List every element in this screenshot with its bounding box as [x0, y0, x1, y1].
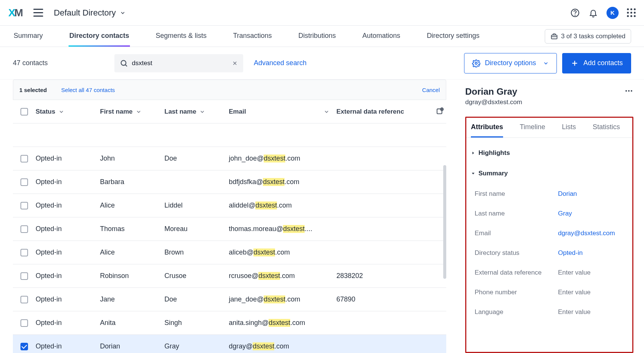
cell-first-name: Dorian	[100, 342, 164, 350]
table-row[interactable]: Opted-inRobinsonCrusoercrusoe@dsxtest.co…	[13, 264, 446, 288]
chevron-down-icon	[120, 10, 126, 16]
chevron-down-icon[interactable]	[199, 109, 205, 115]
cell-last-name: Brown	[164, 248, 229, 256]
row-checkbox[interactable]	[20, 155, 28, 162]
field-value[interactable]: Enter value	[558, 308, 591, 316]
more-icon[interactable]	[624, 86, 633, 97]
nav-tab-summary[interactable]: Summary	[13, 26, 44, 47]
nav-tab-distributions[interactable]: Distributions	[298, 26, 337, 47]
field-label: Email	[475, 230, 558, 237]
table-row[interactable]: Opted-inAliceLiddelaliddel@dsxtest.com	[13, 194, 446, 217]
table-row[interactable]: Opted-inAliceBrownaliceb@dsxtest.com	[13, 241, 446, 264]
field-label: External data reference	[475, 269, 558, 276]
cell-last-name: Crusoe	[164, 272, 229, 280]
main: 1 selected Select all 47 contacts Cancel…	[0, 80, 644, 353]
detail-pane: Dorian Gray dgray@dsxtest.com Attributes…	[455, 80, 644, 353]
row-checkbox[interactable]	[20, 225, 28, 233]
directory-selector[interactable]: Default Directory	[54, 8, 126, 18]
detail-content-frame: AttributesTimelineListsStatistics Highli…	[465, 117, 633, 353]
detail-tab-attributes[interactable]: Attributes	[471, 118, 503, 137]
field-value[interactable]: dgray@dsxtest.com	[558, 230, 615, 237]
row-checkbox[interactable]	[20, 272, 28, 280]
field-value[interactable]: Gray	[558, 210, 572, 217]
table-header: Status First name Last name Email Extern…	[13, 100, 446, 123]
col-email[interactable]: Email	[229, 108, 336, 116]
nav-tab-directory-settings[interactable]: Directory settings	[426, 26, 480, 47]
detail-tab-statistics[interactable]: Statistics	[592, 118, 620, 137]
avatar-initial: K	[611, 9, 615, 16]
chevron-down-icon[interactable]	[136, 109, 142, 115]
row-checkbox[interactable]	[20, 178, 28, 186]
clear-icon[interactable]	[232, 60, 238, 66]
row-checkbox[interactable]	[20, 343, 28, 350]
add-contacts-button[interactable]: Add contacts	[562, 53, 631, 73]
help-icon[interactable]	[570, 8, 580, 18]
detail-tab-lists[interactable]: Lists	[562, 118, 576, 137]
detail-contact-email: dgray@dsxtest.com	[465, 98, 522, 106]
cell-email: john_doe@dsxtest.com	[229, 155, 336, 162]
search-box[interactable]	[114, 54, 243, 72]
cancel-link[interactable]: Cancel	[422, 87, 440, 93]
table-row[interactable]: Opted-inDorianGraydgray@dsxtest.com	[13, 335, 446, 353]
nav-tab-segments-lists[interactable]: Segments & lists	[155, 26, 207, 47]
svg-point-14	[625, 90, 627, 92]
cell-status: Opted-in	[36, 178, 100, 186]
cell-email: dgray@dsxtest.com	[229, 342, 336, 350]
cell-first-name: Anita	[100, 319, 164, 327]
chevron-down-icon[interactable]	[58, 109, 64, 115]
table-row[interactable]: Opted-inBarbarabdfjdsfka@dsxtest.com	[13, 170, 446, 194]
field-row: LanguageEnter value	[471, 302, 628, 322]
table-row[interactable]: Opted-inThomasMoreauthomas.moreau@dsxtes…	[13, 217, 446, 241]
col-last-name[interactable]: Last name	[164, 108, 229, 116]
row-checkbox[interactable]	[20, 319, 28, 327]
field-row: Emaildgray@dsxtest.com	[471, 223, 628, 243]
chevron-down-icon[interactable]	[324, 109, 330, 115]
col-first-name[interactable]: First name	[100, 108, 164, 116]
section-highlights[interactable]: Highlights	[471, 146, 628, 160]
col-checkbox	[13, 108, 36, 116]
tasks-completed-badge[interactable]: 3 of 3 tasks completed	[545, 29, 631, 44]
svg-point-13	[441, 109, 442, 110]
select-all-link[interactable]: Select all 47 contacts	[61, 87, 115, 93]
nav-tab-transactions[interactable]: Transactions	[232, 26, 272, 47]
cell-status: Opted-in	[36, 201, 100, 209]
detail-contact-name: Dorian Gray	[465, 86, 522, 97]
field-row: First nameDorian	[471, 184, 628, 204]
column-visibility-icon[interactable]	[436, 107, 444, 116]
field-label: First name	[475, 190, 558, 198]
menu-icon[interactable]	[33, 8, 43, 18]
row-checkbox[interactable]	[20, 202, 28, 209]
header-checkbox[interactable]	[20, 108, 28, 116]
table-row[interactable]: Opted-inJohnDoejohn_doe@dsxtest.com	[13, 147, 446, 170]
nav-tab-automations[interactable]: Automations	[362, 26, 401, 47]
search-input[interactable]	[132, 59, 232, 67]
field-value[interactable]: Opted-in	[558, 249, 583, 257]
table-row[interactable]: Opted-inAnitaSinghanita.singh@dsxtest.co…	[13, 311, 446, 335]
table-row[interactable]: Opted-inJaneDoejane_doe@dsxtest.com67890	[13, 288, 446, 311]
cell-first-name: Alice	[100, 201, 164, 209]
field-value[interactable]: Dorian	[558, 190, 577, 198]
row-checkbox[interactable]	[20, 249, 28, 256]
col-external-ref[interactable]: External data referenc	[336, 108, 420, 116]
contact-count: 47 contacts	[13, 59, 48, 67]
apps-icon[interactable]	[627, 8, 636, 17]
cell-first-name: Alice	[100, 248, 164, 256]
avatar[interactable]: K	[606, 7, 619, 19]
field-value[interactable]: Enter value	[558, 269, 591, 276]
advanced-search-link[interactable]: Advanced search	[254, 59, 306, 67]
svg-point-1	[575, 15, 575, 15]
bell-icon[interactable]	[588, 8, 598, 18]
cell-status: Opted-in	[36, 295, 100, 303]
search-icon	[120, 59, 128, 67]
field-value[interactable]: Enter value	[558, 289, 591, 296]
field-label: Language	[475, 308, 558, 316]
detail-tab-timeline[interactable]: Timeline	[520, 118, 545, 137]
directory-options-button[interactable]: Directory options	[464, 53, 557, 73]
cell-last-name: Moreau	[164, 225, 229, 233]
nav-tab-directory-contacts[interactable]: Directory contacts	[69, 26, 130, 47]
col-status[interactable]: Status	[36, 108, 100, 116]
table-pane: 1 selected Select all 47 contacts Cancel…	[0, 80, 455, 353]
cell-first-name: Robinson	[100, 272, 164, 280]
section-summary[interactable]: Summary	[471, 167, 628, 180]
row-checkbox[interactable]	[20, 296, 28, 303]
